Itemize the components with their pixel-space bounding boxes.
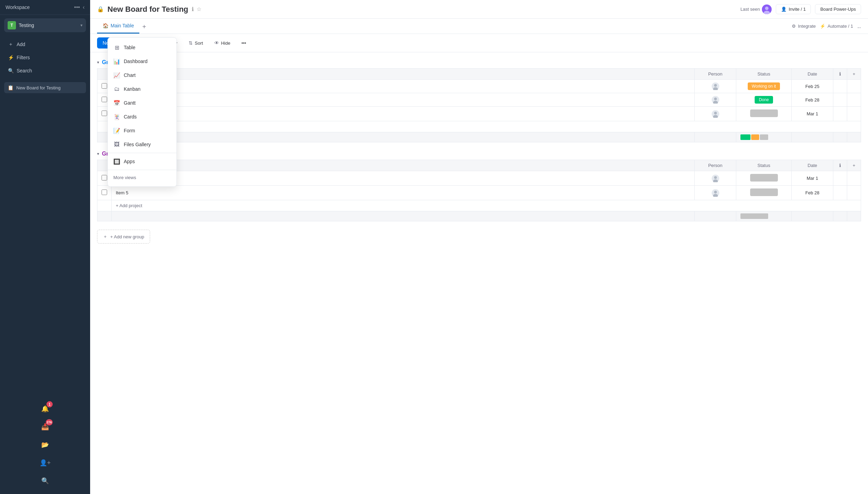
summary-row <box>97 132 861 142</box>
dropdown-item-dashboard[interactable]: 📊 Dashboard <box>108 54 176 68</box>
group-1-toggle[interactable]: ▾ <box>97 60 99 65</box>
view-type-dropdown: ⊞ Table 📊 Dashboard 📈 Chart 🗂 Kanban 📅 G… <box>107 37 177 187</box>
table-row: Item 1 Working on it Feb 25 <box>97 80 861 93</box>
summary-bar <box>740 134 768 140</box>
row-name: Item 4 <box>112 171 695 186</box>
search-global-icon[interactable]: 🔍 <box>39 475 51 487</box>
power-ups-button[interactable]: Board Power-Ups <box>815 4 861 14</box>
row-person[interactable] <box>695 186 736 200</box>
row-status[interactable] <box>736 107 792 121</box>
row-checkbox[interactable] <box>97 186 112 200</box>
dashboard-icon: 📊 <box>113 58 120 65</box>
row-status[interactable] <box>736 171 792 186</box>
hide-icon: 👁 <box>214 40 219 46</box>
more-options-button[interactable]: ••• <box>237 38 250 48</box>
add-tab-button[interactable]: ＋ <box>139 21 149 31</box>
svg-point-7 <box>714 98 717 100</box>
header-right: Last seen 👤 Invite / 1 Board Power-Ups <box>740 4 861 14</box>
summary-project <box>112 211 695 221</box>
automate-icon: ⚡ <box>820 24 825 29</box>
add-project-label-2[interactable]: + Add project <box>112 200 861 211</box>
dropdown-item-cards[interactable]: 🃏 Cards <box>108 110 176 124</box>
dropdown-item-gantt[interactable]: 📅 Gantt <box>108 96 176 110</box>
sidebar-boards: 📋 New Board for Testing <box>0 79 90 396</box>
summary-person <box>695 132 736 142</box>
row-date: Feb 28 <box>792 93 833 107</box>
home-icon: 🏠 <box>103 23 108 28</box>
row-extra-1 <box>833 186 847 200</box>
col-add-1[interactable]: + <box>847 69 861 80</box>
sidebar-item-board[interactable]: 📋 New Board for Testing <box>4 82 86 93</box>
svg-point-16 <box>714 191 717 193</box>
summary-extra1 <box>833 211 847 221</box>
invite-button[interactable]: 👤 Invite / 1 <box>776 4 811 14</box>
tabs-bar: 🏠 Main Table ＋ ⚙ Integrate ⚡ Automate / … <box>90 19 868 34</box>
star-icon[interactable]: ☆ <box>197 6 201 12</box>
more-views-button[interactable]: More views <box>108 171 176 184</box>
dropdown-item-apps[interactable]: 🔲 Apps <box>108 155 176 168</box>
templates-icon[interactable]: 📂 <box>39 439 51 451</box>
row-status[interactable]: Done <box>736 93 792 107</box>
integrate-label: Integrate <box>798 24 816 29</box>
integrate-button[interactable]: ⚙ Integrate <box>792 24 816 29</box>
dropdown-item-kanban[interactable]: 🗂 Kanban <box>108 82 176 96</box>
dropdown-item-table[interactable]: ⊞ Table <box>108 41 176 54</box>
tab-main-table[interactable]: 🏠 Main Table <box>97 19 139 34</box>
apps-icon: 🔲 <box>113 158 120 165</box>
automate-button[interactable]: ⚡ Automate / 1 <box>820 24 853 29</box>
summary-status <box>736 132 792 142</box>
row-person[interactable] <box>695 171 736 186</box>
row-extra-1 <box>833 107 847 121</box>
dashboard-label: Dashboard <box>124 59 148 64</box>
info-icon[interactable]: ℹ <box>192 6 194 12</box>
status-empty <box>750 188 778 196</box>
files-gallery-label: Files Gallery <box>124 142 151 147</box>
row-person[interactable] <box>695 80 736 93</box>
sidebar-item-search[interactable]: 🔍 Search <box>4 65 86 77</box>
sort-button[interactable]: ⇅ Sort <box>184 38 207 48</box>
cards-label: Cards <box>124 114 137 120</box>
add-group-button[interactable]: ＋ + Add new group <box>97 230 150 244</box>
sidebar-item-add[interactable]: ＋ Add <box>4 38 86 50</box>
col-add-2[interactable]: + <box>847 160 861 171</box>
add-project-label[interactable]: + Add project <box>112 121 861 132</box>
more-tabs-icon[interactable]: ‥ <box>857 23 861 29</box>
col-project-1: project <box>112 69 695 80</box>
kanban-label: Kanban <box>124 86 140 92</box>
row-status[interactable]: Working on it <box>736 80 792 93</box>
sidebar-item-filters[interactable]: ⚡ Filters <box>4 52 86 63</box>
avatar <box>762 5 772 14</box>
group-2-table: project Person Status Date ℹ + Item 4 <box>97 160 861 221</box>
row-extra-2 <box>847 107 861 121</box>
svg-point-1 <box>765 7 769 10</box>
collapse-icon[interactable]: ‹ <box>83 4 85 10</box>
dropdown-item-form[interactable]: 📝 Form <box>108 124 176 138</box>
col-add-info-2: ℹ <box>833 160 847 171</box>
table-row: Item 3 Mar 1 <box>97 107 861 121</box>
row-person[interactable] <box>695 93 736 107</box>
group-2-header: ▾ Group Title <box>97 151 861 157</box>
workspace-label: Workspace <box>6 5 30 10</box>
dropdown-item-chart[interactable]: 📈 Chart <box>108 68 176 82</box>
add-project-row-2[interactable]: + Add project <box>97 200 861 211</box>
sidebar-bottom: 🔔 1 📥 276 📂 👤+ 🔍 <box>0 396 90 494</box>
summary-seg-empty <box>760 134 768 140</box>
hide-button[interactable]: 👁 Hide <box>210 38 235 48</box>
power-ups-label: Board Power-Ups <box>820 7 856 12</box>
cards-icon: 🃏 <box>113 113 120 120</box>
summary-status <box>736 211 792 221</box>
more-icon[interactable]: ••• <box>74 4 80 10</box>
group-2-toggle[interactable]: ▾ <box>97 151 99 156</box>
add-project-row[interactable]: + Add project <box>97 121 861 132</box>
invite-team-icon[interactable]: 👤+ <box>39 457 51 469</box>
kanban-icon: 🗂 <box>113 86 120 92</box>
top-header: 🔒 New Board for Testing ℹ ☆ Last seen 👤 … <box>90 0 868 19</box>
row-extra-1 <box>833 80 847 93</box>
workspace-selector[interactable]: T Testing ▾ <box>4 18 86 32</box>
group-1-table: project Person Status Date ℹ + Item 1 <box>97 68 861 142</box>
files-gallery-icon: 🖼 <box>113 141 120 148</box>
sort-label: Sort <box>195 41 203 46</box>
dropdown-item-files-gallery[interactable]: 🖼 Files Gallery <box>108 138 176 151</box>
row-status[interactable] <box>736 186 792 200</box>
row-person[interactable] <box>695 107 736 121</box>
